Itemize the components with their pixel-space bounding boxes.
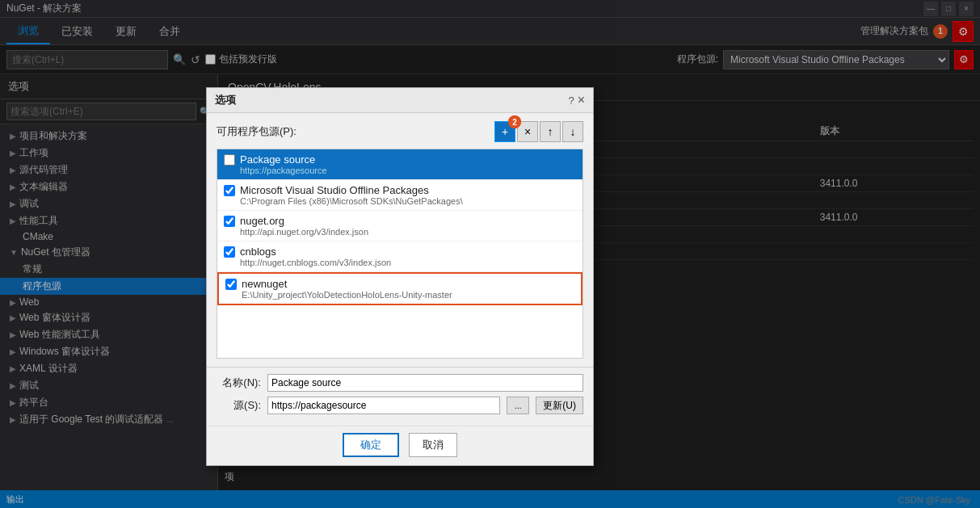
list-item-newnuget[interactable]: 3 newnuget E:\Unity_project\YoloDetectio… <box>217 272 583 305</box>
pkg-url: https://packagesource <box>240 166 576 175</box>
available-packages-label: 可用程序包源(P): <box>217 124 297 139</box>
cancel-button[interactable]: 取消 <box>409 433 457 457</box>
pkg-url: C:\Program Files (x86)\Microsoft SDKs\Nu… <box>240 196 576 206</box>
pkg-item-row: nuget.org <box>224 215 576 227</box>
dialog-title-controls: ? × <box>568 93 585 107</box>
list-item[interactable]: Microsoft Visual Studio Offline Packages… <box>217 180 583 211</box>
move-up-button[interactable]: ↑ <box>540 121 561 142</box>
badge-2: 2 <box>508 115 521 128</box>
source-label: 源(S): <box>217 398 261 413</box>
dialog-footer: 名称(N): 源(S): ... 更新(U) <box>207 367 593 426</box>
pkg-name: cnblogs <box>240 246 276 258</box>
pkg-item-row: cnblogs <box>224 246 576 258</box>
pkg-url: http://api.nuget.org/v3/index.json <box>240 227 576 237</box>
move-down-button[interactable]: ↓ <box>562 121 583 142</box>
pkg-checkbox[interactable] <box>225 279 237 290</box>
name-label: 名称(N): <box>217 376 261 390</box>
pkg-name: newnuget <box>242 278 287 290</box>
pkg-item-row: Microsoft Visual Studio Offline Packages <box>224 184 576 196</box>
help-icon[interactable]: ? <box>568 94 574 107</box>
dialog-buttons: 确定 取消 <box>207 426 593 465</box>
update-button[interactable]: 更新(U) <box>536 397 583 414</box>
pkg-url: E:\Unity_project\YoloDetectionHoloLens-U… <box>242 290 574 300</box>
source-row: 源(S): ... 更新(U) <box>217 397 583 414</box>
pkg-name: Microsoft Visual Studio Offline Packages <box>240 184 429 196</box>
pkg-name: Package source <box>240 153 315 166</box>
options-dialog: 选项 ? × 可用程序包源(P): + 2 × ↑ ↓ <box>206 87 594 466</box>
browse-button[interactable]: ... <box>507 397 529 414</box>
dialog-toolbar: + 2 × ↑ ↓ <box>494 121 583 142</box>
pkg-checkbox[interactable] <box>224 246 235 258</box>
dialog-title-bar: 选项 ? × <box>207 88 593 113</box>
name-input[interactable] <box>267 374 583 392</box>
pkg-name: nuget.org <box>240 215 284 227</box>
ok-button[interactable]: 确定 <box>343 433 399 457</box>
source-input[interactable] <box>267 397 500 414</box>
dialog-close-button[interactable]: × <box>578 93 585 107</box>
pkg-item-row: newnuget <box>225 278 574 290</box>
pkg-checkbox[interactable] <box>224 185 235 196</box>
dialog-title: 选项 <box>215 93 236 107</box>
list-item[interactable]: nuget.org http://api.nuget.org/v3/index.… <box>217 211 583 241</box>
package-source-list: Package source https://packagesource Mic… <box>217 149 583 359</box>
list-item[interactable]: Package source https://packagesource <box>217 149 583 180</box>
pkg-url: http://nuget.cnblogs.com/v3/index.json <box>240 258 576 267</box>
dialog-overlay: 选项 ? × 可用程序包源(P): + 2 × ↑ ↓ <box>0 0 980 508</box>
list-item[interactable]: cnblogs http://nuget.cnblogs.com/v3/inde… <box>217 241 583 272</box>
pkg-item-row: Package source <box>224 153 576 166</box>
name-row: 名称(N): <box>217 374 583 392</box>
pkg-checkbox[interactable] <box>224 216 235 227</box>
pkg-checkbox[interactable] <box>224 154 235 166</box>
dialog-body: 可用程序包源(P): + 2 × ↑ ↓ Package s <box>207 113 593 367</box>
add-source-button[interactable]: + 2 <box>494 121 515 142</box>
dialog-header-row: 可用程序包源(P): + 2 × ↑ ↓ <box>217 121 583 142</box>
